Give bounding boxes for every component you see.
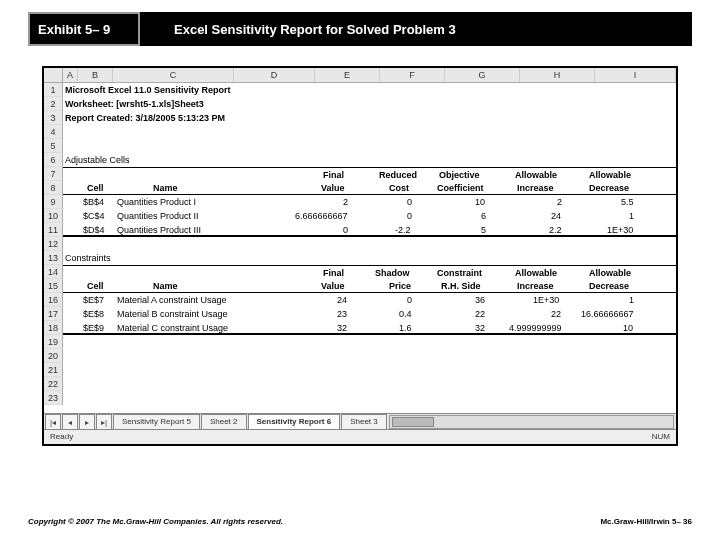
page-ref: Mc.Graw-Hill/Irwin 5– 36 bbox=[600, 517, 692, 526]
row-header[interactable]: 17 bbox=[44, 307, 63, 321]
excel-window: A B C D E F G H I 1 Microsoft Excel 11.0… bbox=[42, 66, 678, 446]
col-header-B[interactable]: B bbox=[78, 68, 113, 82]
col-cell2: Cell bbox=[87, 279, 104, 293]
row-header[interactable]: 7 bbox=[44, 167, 63, 181]
row-header[interactable]: 8 bbox=[44, 181, 63, 195]
col-allow-dec2: Allowable bbox=[589, 266, 631, 280]
worksheet-label: Worksheet: [wrsht5-1.xls]Sheet3 bbox=[65, 97, 204, 111]
row-header[interactable]: 3 bbox=[44, 111, 63, 125]
sheet-tabs-bar: |◂ ◂ ▸ ▸| Sensitivity Report 5 Sheet 2 S… bbox=[44, 413, 676, 430]
report-title: Microsoft Excel 11.0 Sensitivity Report bbox=[65, 83, 231, 97]
row-header[interactable]: 2 bbox=[44, 97, 63, 111]
select-all-corner[interactable] bbox=[44, 68, 63, 82]
col-final2: Final bbox=[323, 266, 344, 280]
status-ready: Ready bbox=[50, 430, 73, 444]
section-title-adjustable: Adjustable Cells bbox=[65, 153, 130, 167]
cell-name: Quantities Product III bbox=[117, 223, 201, 237]
tab-first-icon[interactable]: |◂ bbox=[45, 414, 61, 430]
tab-prev-icon[interactable]: ◂ bbox=[62, 414, 78, 430]
row-header[interactable]: 4 bbox=[44, 125, 63, 139]
col-reduced: Reduced bbox=[379, 168, 417, 182]
cell-val: 24 bbox=[337, 293, 347, 307]
col-objective: Objective bbox=[439, 168, 480, 182]
status-num: NUM bbox=[652, 430, 670, 444]
scrollbar-thumb[interactable] bbox=[392, 417, 434, 427]
cell-rhs: 22 bbox=[475, 307, 485, 321]
cell-name: Material B constraint Usage bbox=[117, 307, 228, 321]
sheet-body[interactable]: 1 Microsoft Excel 11.0 Sensitivity Repor… bbox=[44, 83, 676, 411]
cell-name: Quantities Product I bbox=[117, 195, 196, 209]
cell-val: 0 bbox=[343, 223, 348, 237]
sheet-tab[interactable]: Sheet 3 bbox=[341, 414, 387, 430]
cell-val: 32 bbox=[337, 321, 347, 335]
col-shadow: Shadow bbox=[375, 266, 410, 280]
row-header[interactable]: 16 bbox=[44, 293, 63, 307]
slide-header: Exhibit 5– 9 Excel Sensitivity Report fo… bbox=[28, 12, 692, 46]
sheet-tab[interactable]: Sheet 2 bbox=[201, 414, 247, 430]
row-header[interactable]: 22 bbox=[44, 377, 63, 391]
cell-ref: $E$9 bbox=[83, 321, 104, 335]
cell-ref: $B$4 bbox=[83, 195, 104, 209]
cell-val: 23 bbox=[337, 307, 347, 321]
row-header[interactable]: 6 bbox=[44, 153, 63, 167]
col-constraint: Constraint bbox=[437, 266, 482, 280]
row-header[interactable]: 10 bbox=[44, 209, 63, 223]
cell-name: Material C constraint Usage bbox=[117, 321, 228, 335]
cell-inc: 24 bbox=[551, 209, 561, 223]
col-header-F[interactable]: F bbox=[380, 68, 445, 82]
created-label: Report Created: 3/18/2005 5:13:23 PM bbox=[65, 111, 225, 125]
cell-obj: 10 bbox=[475, 195, 485, 209]
slide-footer: Copyright © 2007 The Mc.Graw-Hill Compan… bbox=[28, 517, 692, 526]
row-header[interactable]: 20 bbox=[44, 349, 63, 363]
cell-ref: $C$4 bbox=[83, 209, 105, 223]
col-coeff: Coefficient bbox=[437, 181, 484, 195]
row-header[interactable]: 21 bbox=[44, 363, 63, 377]
col-header-E[interactable]: E bbox=[315, 68, 380, 82]
copyright-text: Copyright © 2007 The Mc.Graw-Hill Compan… bbox=[28, 517, 283, 526]
cell-obj: 5 bbox=[481, 223, 486, 237]
col-header-C[interactable]: C bbox=[113, 68, 234, 82]
col-header-H[interactable]: H bbox=[520, 68, 595, 82]
row-header[interactable]: 14 bbox=[44, 265, 63, 279]
col-header-D[interactable]: D bbox=[234, 68, 315, 82]
row-header[interactable]: 18 bbox=[44, 321, 63, 335]
sheet-tab-active[interactable]: Sensitivity Report 6 bbox=[248, 414, 341, 430]
row-header[interactable]: 19 bbox=[44, 335, 63, 349]
col-decrease: Decrease bbox=[589, 181, 629, 195]
col-cell: Cell bbox=[87, 181, 104, 195]
col-name: Name bbox=[153, 181, 178, 195]
cell-sp: 1.6 bbox=[399, 321, 412, 335]
cell-dec: 1 bbox=[629, 293, 634, 307]
tab-last-icon[interactable]: ▸| bbox=[96, 414, 112, 430]
row-header[interactable]: 13 bbox=[44, 251, 63, 265]
cell-inc: 22 bbox=[551, 307, 561, 321]
cell-red: 0 bbox=[407, 209, 412, 223]
cell-dec: 16.66666667 bbox=[581, 307, 634, 321]
tab-next-icon[interactable]: ▸ bbox=[79, 414, 95, 430]
row-header[interactable]: 1 bbox=[44, 83, 63, 97]
cell-val: 2 bbox=[343, 195, 348, 209]
col-allow-inc: Allowable bbox=[515, 168, 557, 182]
row-header[interactable]: 23 bbox=[44, 391, 63, 405]
row-header[interactable]: 12 bbox=[44, 237, 63, 251]
cell-dec: 10 bbox=[623, 321, 633, 335]
cell-val: 6.666666667 bbox=[295, 209, 348, 223]
row-header[interactable]: 9 bbox=[44, 195, 63, 209]
col-value: Value bbox=[321, 181, 345, 195]
col-price: Price bbox=[389, 279, 411, 293]
col-allow-dec: Allowable bbox=[589, 168, 631, 182]
cell-rhs: 36 bbox=[475, 293, 485, 307]
col-header-A[interactable]: A bbox=[63, 68, 78, 82]
cell-inc: 1E+30 bbox=[533, 293, 559, 307]
col-header-G[interactable]: G bbox=[445, 68, 520, 82]
horizontal-scrollbar[interactable] bbox=[389, 415, 674, 429]
row-header[interactable]: 15 bbox=[44, 279, 63, 293]
cell-dec: 5.5 bbox=[621, 195, 634, 209]
cell-inc: 4.999999999 bbox=[509, 321, 562, 335]
section-title-constraints: Constraints bbox=[65, 251, 111, 265]
row-header[interactable]: 5 bbox=[44, 139, 63, 153]
sheet-tab[interactable]: Sensitivity Report 5 bbox=[113, 414, 200, 430]
col-header-I[interactable]: I bbox=[595, 68, 676, 82]
row-header[interactable]: 11 bbox=[44, 223, 63, 237]
col-decrease2: Decrease bbox=[589, 279, 629, 293]
